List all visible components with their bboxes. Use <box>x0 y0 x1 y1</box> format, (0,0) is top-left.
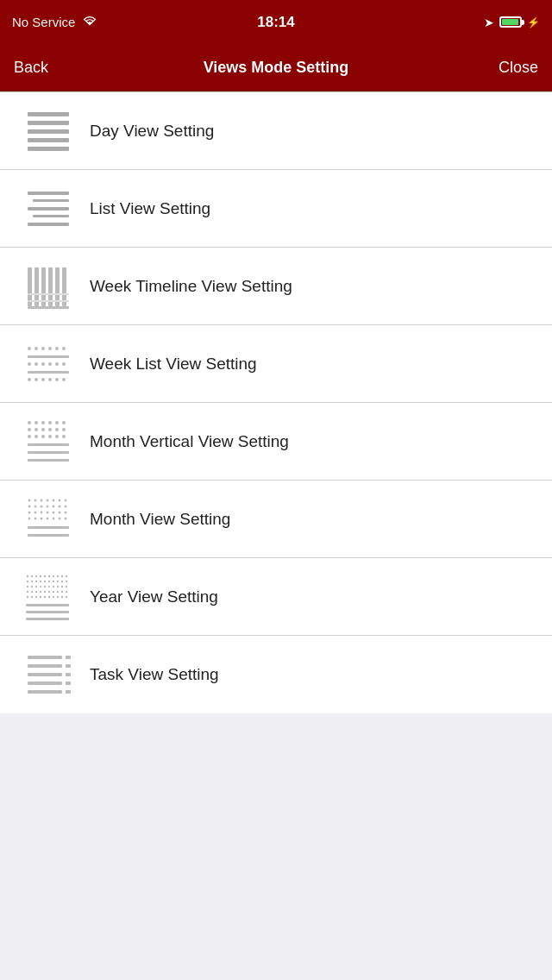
svg-point-129 <box>66 590 67 592</box>
week-list-view-label: Week List View Setting <box>90 355 257 374</box>
svg-point-135 <box>48 595 50 597</box>
list-item[interactable]: Month Vertical View Setting <box>0 403 552 481</box>
status-left: No Service <box>12 15 97 29</box>
svg-point-76 <box>41 511 43 513</box>
svg-rect-18 <box>28 293 69 295</box>
svg-point-114 <box>44 585 46 587</box>
svg-point-125 <box>48 590 50 592</box>
svg-rect-32 <box>28 371 69 374</box>
week-timeline-view-label: Week Timeline View Setting <box>90 277 292 296</box>
svg-point-84 <box>47 517 49 519</box>
svg-point-108 <box>61 580 63 581</box>
svg-point-29 <box>48 362 52 366</box>
svg-point-94 <box>44 575 46 576</box>
svg-point-51 <box>28 435 31 438</box>
svg-point-63 <box>47 499 49 501</box>
svg-rect-143 <box>28 656 62 659</box>
list-item[interactable]: Year View Setting <box>0 558 552 636</box>
svg-point-110 <box>27 585 28 587</box>
svg-point-26 <box>28 362 31 366</box>
status-time: 18:14 <box>257 14 294 31</box>
svg-point-70 <box>47 505 49 507</box>
svg-point-81 <box>28 517 31 519</box>
list-view-label: List View Setting <box>90 199 210 218</box>
svg-rect-140 <box>26 604 69 606</box>
svg-point-52 <box>34 435 38 438</box>
svg-point-85 <box>53 517 55 519</box>
list-item[interactable]: Week Timeline View Setting <box>0 248 552 325</box>
week-timeline-view-icon <box>14 252 83 321</box>
svg-rect-7 <box>28 207 69 210</box>
svg-point-104 <box>44 580 46 581</box>
svg-point-37 <box>55 378 59 381</box>
svg-rect-58 <box>28 451 69 454</box>
svg-point-38 <box>62 378 66 381</box>
svg-point-116 <box>53 585 54 587</box>
status-right: ➤ ⚡ <box>484 16 540 29</box>
svg-point-132 <box>35 595 37 597</box>
svg-point-112 <box>35 585 37 587</box>
svg-point-64 <box>53 499 55 501</box>
svg-point-122 <box>35 590 37 592</box>
svg-rect-142 <box>26 618 69 620</box>
month-view-label: Month View Setting <box>90 510 230 529</box>
svg-rect-0 <box>28 112 69 116</box>
back-button[interactable]: Back <box>14 59 66 77</box>
svg-point-31 <box>62 362 66 366</box>
svg-point-45 <box>28 428 31 431</box>
svg-point-86 <box>59 517 61 519</box>
close-button[interactable]: Close <box>486 59 538 77</box>
svg-point-126 <box>53 590 54 592</box>
svg-rect-57 <box>28 443 69 446</box>
month-vertical-view-icon <box>14 407 83 476</box>
list-item[interactable]: Week List View Setting <box>0 325 552 403</box>
svg-point-40 <box>34 421 38 424</box>
list-item[interactable]: Day View Setting <box>0 92 552 170</box>
charging-bolt-icon: ⚡ <box>527 16 540 28</box>
svg-point-82 <box>34 517 37 519</box>
svg-point-41 <box>41 421 45 424</box>
svg-point-130 <box>27 595 28 597</box>
task-view-icon <box>14 640 83 709</box>
svg-rect-8 <box>33 215 69 217</box>
svg-point-21 <box>41 347 45 350</box>
svg-rect-16 <box>28 306 69 309</box>
navigation-arrow-icon: ➤ <box>484 16 494 29</box>
svg-point-115 <box>48 585 50 587</box>
svg-point-131 <box>31 595 33 597</box>
svg-rect-9 <box>28 223 69 226</box>
svg-rect-150 <box>66 682 71 685</box>
empty-area <box>0 713 552 980</box>
svg-point-101 <box>31 580 33 581</box>
svg-point-34 <box>34 378 38 381</box>
svg-point-69 <box>41 505 43 507</box>
list-item[interactable]: List View Setting <box>0 170 552 248</box>
svg-point-96 <box>53 575 54 576</box>
svg-point-48 <box>48 428 52 431</box>
svg-point-68 <box>34 505 37 507</box>
svg-point-119 <box>66 585 67 587</box>
svg-point-93 <box>40 575 41 576</box>
svg-point-136 <box>53 595 54 597</box>
svg-rect-59 <box>28 459 69 462</box>
svg-point-95 <box>48 575 50 576</box>
svg-point-43 <box>55 421 59 424</box>
svg-point-124 <box>44 590 46 592</box>
svg-point-44 <box>62 421 66 424</box>
wifi-icon <box>82 15 97 29</box>
svg-point-91 <box>31 575 33 576</box>
svg-point-27 <box>34 362 38 366</box>
svg-rect-88 <box>28 526 69 529</box>
svg-rect-17 <box>28 300 69 302</box>
svg-rect-148 <box>66 673 71 676</box>
svg-point-65 <box>59 499 61 501</box>
svg-point-39 <box>28 421 31 424</box>
svg-point-36 <box>48 378 52 381</box>
list-item[interactable]: Month View Setting <box>0 481 552 558</box>
svg-point-23 <box>55 347 59 350</box>
svg-rect-3 <box>28 138 69 142</box>
svg-point-56 <box>62 435 66 438</box>
svg-point-55 <box>55 435 59 438</box>
svg-rect-2 <box>28 129 69 134</box>
list-item[interactable]: Task View Setting <box>0 636 552 713</box>
